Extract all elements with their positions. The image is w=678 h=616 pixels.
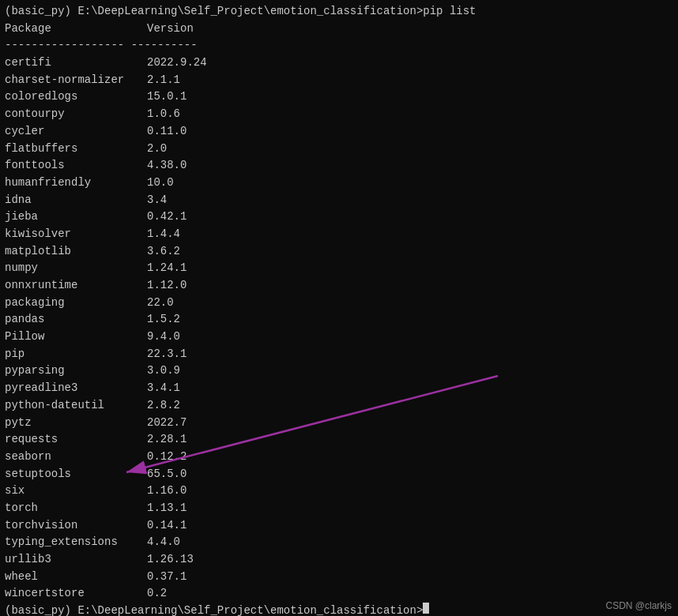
table-row: pip22.3.1: [5, 346, 673, 363]
package-name: numpy: [5, 260, 147, 277]
table-row: pyparsing3.0.9: [5, 362, 673, 380]
package-name: pandas: [5, 311, 147, 329]
package-version: 2.0: [147, 141, 167, 158]
package-name: torch: [5, 500, 147, 517]
package-list: certifi2022.9.24charset-normalizer2.1.1c…: [5, 54, 673, 603]
table-row: seaborn0.12.2: [5, 449, 673, 466]
package-name: pyparsing: [5, 362, 147, 380]
package-version: 0.11.0: [147, 123, 186, 141]
package-version: 65.5.0: [147, 466, 186, 483]
package-name: pyreadline3: [5, 380, 147, 397]
package-version: 15.0.1: [147, 88, 186, 106]
package-name: torchvision: [5, 517, 147, 535]
table-row: Pillow9.4.0: [5, 329, 673, 346]
package-version: 2.1.1: [147, 72, 180, 89]
package-version: 0.37.1: [147, 569, 186, 586]
package-version: 2022.7: [147, 415, 186, 432]
package-version: 0.12.2: [147, 449, 186, 466]
package-version: 3.6.2: [147, 243, 180, 261]
package-version: 3.0.9: [147, 362, 180, 380]
table-row: certifi2022.9.24: [5, 54, 673, 72]
table-row: requests2.28.1: [5, 431, 673, 449]
package-name: urllib3: [5, 551, 147, 569]
package-name: jieba: [5, 208, 147, 226]
table-row: python-dateutil2.8.2: [5, 397, 673, 415]
package-name: fonttools: [5, 157, 147, 175]
package-version: 3.4: [147, 192, 167, 209]
package-version: 0.2: [147, 585, 167, 603]
table-row: six1.16.0: [5, 483, 673, 500]
package-version: 4.38.0: [147, 157, 186, 175]
package-name: wheel: [5, 569, 147, 586]
package-version: 1.0.6: [147, 106, 180, 123]
package-version: 0.14.1: [147, 517, 186, 535]
table-row: idna3.4: [5, 192, 673, 209]
package-name: contourpy: [5, 106, 147, 123]
command-line: (basic_py) E:\DeepLearning\Self_Project\…: [5, 3, 673, 21]
package-name: setuptools: [5, 466, 147, 483]
package-name: Pillow: [5, 329, 147, 346]
table-row: kiwisolver1.4.4: [5, 226, 673, 243]
package-version: 2.28.1: [147, 431, 186, 449]
package-name: kiwisolver: [5, 226, 147, 243]
package-version: 1.24.1: [147, 260, 186, 277]
package-name: humanfriendly: [5, 175, 147, 192]
package-version: 2022.9.24: [147, 54, 207, 72]
prompt-text: (basic_py) E:\DeepLearning\Self_Project\…: [5, 603, 423, 616]
package-name: charset-normalizer: [5, 72, 147, 89]
table-row: packaging22.0: [5, 295, 673, 312]
version-header: Version: [147, 21, 194, 38]
package-version: 1.5.2: [147, 311, 180, 329]
table-row: pytz2022.7: [5, 415, 673, 432]
package-version: 1.26.13: [147, 551, 194, 569]
package-header: Package: [5, 21, 147, 38]
table-row: pyreadline33.4.1: [5, 380, 673, 397]
package-version: 10.0: [147, 175, 174, 192]
package-version: 4.4.0: [147, 534, 180, 551]
package-version: 2.8.2: [147, 397, 180, 415]
table-row: setuptools65.5.0: [5, 466, 673, 483]
package-name: flatbuffers: [5, 141, 147, 158]
table-row: coloredlogs15.0.1: [5, 88, 673, 106]
table-row: pandas1.5.2: [5, 311, 673, 329]
package-name: matplotlib: [5, 243, 147, 261]
package-name: wincertstore: [5, 585, 147, 603]
package-name: pytz: [5, 415, 147, 432]
table-row: matplotlib3.6.2: [5, 243, 673, 261]
package-version: 1.16.0: [147, 483, 186, 500]
package-version: 22.0: [147, 295, 174, 312]
cursor: [423, 603, 429, 614]
package-name: cycler: [5, 123, 147, 141]
package-version: 0.42.1: [147, 208, 186, 226]
command-text: (basic_py) E:\DeepLearning\Self_Project\…: [5, 3, 476, 21]
header-line: Package Version: [5, 21, 673, 38]
package-version: 3.4.1: [147, 380, 180, 397]
package-name: pip: [5, 346, 147, 363]
separator: ------------------ ----------: [5, 37, 198, 54]
table-row: fonttools4.38.0: [5, 157, 673, 175]
table-row: onnxruntime1.12.0: [5, 277, 673, 295]
package-name: python-dateutil: [5, 397, 147, 415]
package-version: 1.4.4: [147, 226, 180, 243]
table-row: torchvision0.14.1: [5, 517, 673, 535]
package-version: 1.12.0: [147, 277, 186, 295]
package-name: seaborn: [5, 449, 147, 466]
watermark: CSDN @clarkjs: [605, 600, 672, 611]
package-version: 22.3.1: [147, 346, 186, 363]
separator-line: ------------------ ----------: [5, 37, 673, 54]
package-name: requests: [5, 431, 147, 449]
package-name: packaging: [5, 295, 147, 312]
package-version: 1.13.1: [147, 500, 186, 517]
table-row: torch1.13.1: [5, 500, 673, 517]
table-row: contourpy1.0.6: [5, 106, 673, 123]
table-row: cycler0.11.0: [5, 123, 673, 141]
table-row: wheel0.37.1: [5, 569, 673, 586]
table-row: wincertstore0.2: [5, 585, 673, 603]
package-name: typing_extensions: [5, 534, 147, 551]
package-name: certifi: [5, 54, 147, 72]
package-name: six: [5, 483, 147, 500]
package-name: onnxruntime: [5, 277, 147, 295]
table-row: flatbuffers2.0: [5, 141, 673, 158]
table-row: typing_extensions4.4.0: [5, 534, 673, 551]
table-row: humanfriendly10.0: [5, 175, 673, 192]
